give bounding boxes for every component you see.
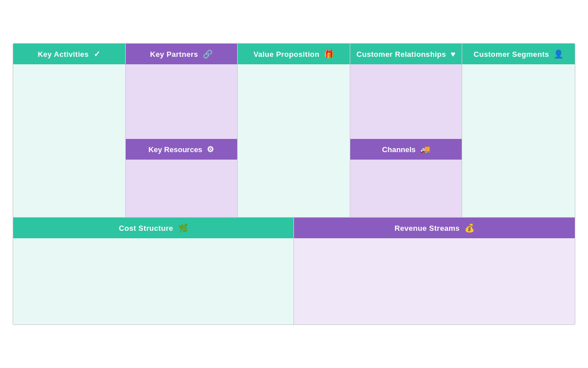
customer-segments-body xyxy=(462,64,575,217)
key-activities-header[interactable]: Key Activities ✓ xyxy=(13,44,125,64)
top-grid: Key Activities ✓ Key Partners 🔗 Key Reso… xyxy=(13,44,575,218)
value-proposition-icon: 🎁 xyxy=(324,49,334,59)
customer-relationships-top-body xyxy=(350,64,462,139)
value-proposition-label: Value Proposition xyxy=(253,50,319,59)
key-resources-label: Key Resources xyxy=(148,145,202,154)
key-partners-top-body xyxy=(126,64,238,139)
cost-structure-label: Cost Structure xyxy=(119,224,173,233)
key-partners-bottom-body xyxy=(126,160,238,217)
key-partners-cell[interactable]: Key Partners 🔗 Key Resources ⚙ xyxy=(126,44,238,217)
customer-segments-label: Customer Segments xyxy=(474,50,550,59)
customer-relationships-icon: ♥ xyxy=(451,49,456,59)
revenue-streams-label: Revenue Streams xyxy=(394,224,460,233)
key-resources-icon: ⚙ xyxy=(207,145,214,154)
key-resources-header[interactable]: Key Resources ⚙ xyxy=(126,139,238,160)
customer-relationships-cell[interactable]: Customer Relationships ♥ Channels 🚚 xyxy=(350,44,463,217)
value-proposition-header[interactable]: Value Proposition 🎁 xyxy=(238,44,350,64)
key-partners-icon: 🔗 xyxy=(203,49,212,59)
customer-segments-cell[interactable]: Customer Segments 👤 xyxy=(462,44,575,217)
cost-structure-body xyxy=(13,238,293,324)
key-activities-cell[interactable]: Key Activities ✓ xyxy=(13,44,126,217)
customer-segments-header[interactable]: Customer Segments 👤 xyxy=(462,44,575,64)
key-activities-label: Key Activities xyxy=(38,50,89,59)
key-partners-header[interactable]: Key Partners 🔗 xyxy=(126,44,238,64)
customer-relationships-label: Customer Relationships xyxy=(357,50,446,59)
key-activities-icon: ✓ xyxy=(94,49,100,59)
key-partners-label: Key Partners xyxy=(150,50,198,59)
channels-header[interactable]: Channels 🚚 xyxy=(350,139,462,160)
key-activities-body xyxy=(13,64,125,217)
channels-bottom-body xyxy=(350,160,462,217)
canvas-wrapper: Key Activities ✓ Key Partners 🔗 Key Reso… xyxy=(0,0,588,368)
customer-segments-icon: 👤 xyxy=(554,49,563,59)
customer-relationships-header[interactable]: Customer Relationships ♥ xyxy=(350,44,462,64)
revenue-streams-cell[interactable]: Revenue Streams 💰 xyxy=(294,218,575,324)
channels-label: Channels xyxy=(382,145,416,154)
business-model-canvas: Key Activities ✓ Key Partners 🔗 Key Reso… xyxy=(13,43,575,325)
revenue-streams-body xyxy=(294,238,575,324)
revenue-streams-icon: 💰 xyxy=(465,223,474,233)
cost-structure-icon: 🌿 xyxy=(178,223,188,233)
channels-icon: 🚚 xyxy=(420,145,430,154)
bottom-grid: Cost Structure 🌿 Revenue Streams 💰 xyxy=(13,218,575,324)
cost-structure-header[interactable]: Cost Structure 🌿 xyxy=(13,218,293,238)
cost-structure-cell[interactable]: Cost Structure 🌿 xyxy=(13,218,294,324)
value-proposition-body xyxy=(238,64,350,217)
revenue-streams-header[interactable]: Revenue Streams 💰 xyxy=(294,218,575,238)
value-proposition-cell[interactable]: Value Proposition 🎁 xyxy=(238,44,350,217)
